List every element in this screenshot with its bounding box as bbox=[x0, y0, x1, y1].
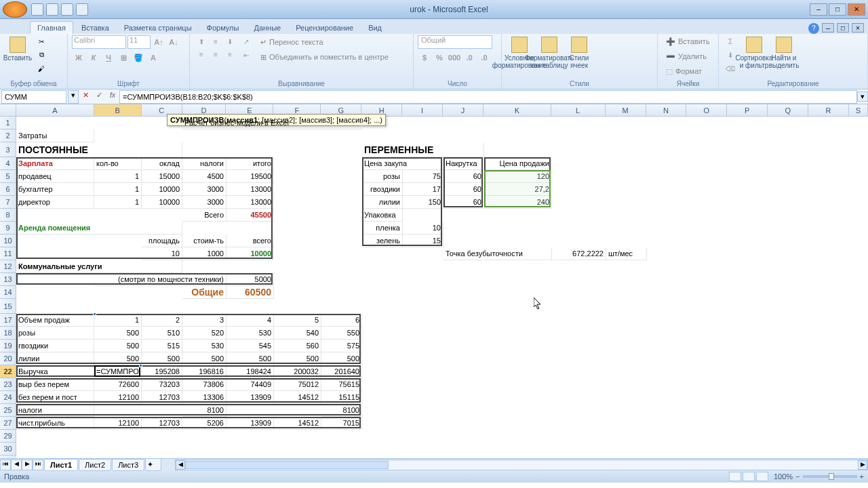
increase-font-icon[interactable]: A↑ bbox=[152, 36, 165, 48]
row-header-17[interactable]: 17 bbox=[0, 314, 16, 327]
cell[interactable]: 15000 bbox=[142, 170, 182, 183]
undo-icon[interactable] bbox=[46, 3, 58, 16]
cell[interactable]: 1000 bbox=[182, 247, 226, 260]
font-size-select[interactable]: 11 bbox=[127, 35, 151, 49]
col-header-R[interactable]: R bbox=[808, 104, 849, 116]
currency-icon[interactable]: $ bbox=[418, 52, 431, 64]
row-header-19[interactable]: 19 bbox=[0, 340, 16, 352]
row-header-9[interactable]: 9 bbox=[0, 222, 16, 235]
row-header-25[interactable]: 25 bbox=[0, 404, 16, 417]
cell[interactable]: 530 bbox=[226, 327, 274, 340]
cell[interactable]: лилии bbox=[362, 196, 403, 209]
cell[interactable]: 2 bbox=[142, 314, 182, 327]
cell[interactable]: 60500 bbox=[226, 286, 274, 299]
cell[interactable]: чист.прибыль bbox=[16, 417, 94, 430]
zoom-level[interactable]: 100% bbox=[774, 472, 793, 481]
cell[interactable]: Упаковка bbox=[362, 209, 403, 222]
cancel-formula-icon[interactable]: ✕ bbox=[79, 91, 92, 103]
cell[interactable]: 13909 bbox=[226, 417, 274, 430]
cell[interactable]: выр без перем bbox=[16, 378, 94, 391]
zoom-slider[interactable] bbox=[803, 475, 857, 478]
cell[interactable]: пленка bbox=[362, 222, 403, 235]
cell[interactable]: (смотри по мощности техники) bbox=[94, 273, 226, 286]
cell[interactable]: 13000 bbox=[226, 196, 274, 209]
align-center-icon[interactable]: ≡ bbox=[208, 48, 223, 60]
cut-icon[interactable]: ✂ bbox=[34, 35, 49, 47]
new-sheet-icon[interactable]: ✦ bbox=[145, 458, 161, 471]
find-select-button[interactable]: Найти и выделить bbox=[770, 35, 797, 77]
wrap-text-button[interactable]: ↵Перенос текста bbox=[256, 35, 393, 49]
cell[interactable]: Коммунальные услуги bbox=[16, 260, 182, 273]
cell[interactable]: 1 bbox=[94, 170, 142, 183]
cell[interactable]: 560 bbox=[274, 340, 321, 352]
cell[interactable]: 27,2 bbox=[484, 183, 552, 196]
copy-icon[interactable]: ⧉ bbox=[34, 49, 49, 61]
cell[interactable]: ПОСТОЯННЫЕ bbox=[16, 142, 182, 157]
paste-button[interactable]: Вставить bbox=[4, 35, 31, 77]
cell[interactable]: налоги bbox=[16, 404, 94, 417]
row-header-5[interactable]: 5 bbox=[0, 170, 16, 183]
formula-input[interactable]: =СУММПРОИЗВ(B18:B20;$K$6:$K$8) bbox=[119, 90, 857, 104]
cell[interactable]: 500 bbox=[226, 352, 274, 365]
cell[interactable]: 15 bbox=[403, 235, 443, 247]
name-box-dropdown-icon[interactable]: ▾ bbox=[68, 90, 79, 104]
cell[interactable]: 73806 bbox=[182, 378, 226, 391]
cell[interactable]: 1 bbox=[94, 314, 142, 327]
format-as-table-button[interactable]: Форматировать как таблицу bbox=[536, 35, 563, 77]
row-header-30[interactable]: 30 bbox=[0, 443, 16, 455]
col-header-P[interactable]: P bbox=[727, 104, 768, 116]
row-header-4[interactable]: 4 bbox=[0, 157, 16, 170]
col-header-K[interactable]: K bbox=[484, 104, 551, 116]
cell[interactable]: 500 bbox=[94, 327, 142, 340]
cell[interactable]: 550 bbox=[321, 327, 362, 340]
cell[interactable]: 13000 bbox=[226, 183, 274, 196]
tab-home[interactable]: Главная bbox=[30, 21, 73, 34]
row-header-1[interactable]: 1 bbox=[0, 117, 16, 129]
cell[interactable]: 1 bbox=[94, 183, 142, 196]
tab-data[interactable]: Данные bbox=[247, 22, 288, 34]
tab-review[interactable]: Рецензирование bbox=[289, 22, 360, 34]
cell[interactable]: 60 bbox=[443, 183, 484, 196]
select-all-corner[interactable] bbox=[0, 104, 16, 116]
cell[interactable]: 60 bbox=[443, 170, 484, 183]
cell[interactable]: площадь bbox=[142, 235, 182, 247]
cell[interactable]: 5206 bbox=[182, 417, 226, 430]
cell[interactable]: 10 bbox=[142, 247, 182, 260]
cell[interactable]: 4500 bbox=[182, 170, 226, 183]
normal-view-icon[interactable] bbox=[729, 472, 741, 481]
tab-view[interactable]: Вид bbox=[361, 22, 389, 34]
sheet-tab-1[interactable]: Лист1 bbox=[44, 459, 78, 471]
col-header-Q[interactable]: Q bbox=[768, 104, 808, 116]
font-color-icon[interactable]: A bbox=[146, 52, 160, 64]
row-header-3[interactable]: 3 bbox=[0, 142, 16, 157]
align-left-icon[interactable]: ≡ bbox=[194, 48, 209, 60]
cell[interactable]: 74409 bbox=[226, 378, 274, 391]
cell[interactable]: 10000 bbox=[226, 247, 274, 260]
cell[interactable]: 195208 bbox=[142, 365, 182, 378]
row-header-2[interactable]: 2 bbox=[0, 129, 16, 142]
increase-decimal-icon[interactable]: .0 bbox=[462, 52, 476, 64]
fill-color-icon[interactable]: 🪣 bbox=[132, 52, 145, 64]
help-icon[interactable]: ? bbox=[808, 23, 819, 34]
cell[interactable]: 8100 bbox=[321, 404, 362, 417]
cell[interactable]: 500 bbox=[182, 352, 226, 365]
insert-cells-button[interactable]: ➕Вставить bbox=[662, 35, 714, 47]
workbook-restore-icon[interactable]: □ bbox=[837, 23, 849, 33]
cell[interactable]: 196816 bbox=[182, 365, 226, 378]
cell[interactable]: продавец bbox=[16, 170, 94, 183]
cell[interactable]: 10 bbox=[403, 222, 443, 235]
row-header-23[interactable]: 23 bbox=[0, 378, 16, 391]
cell[interactable]: лилии bbox=[16, 352, 94, 365]
cell[interactable]: бухгалтер bbox=[16, 183, 94, 196]
cell[interactable]: 15115 bbox=[321, 391, 362, 404]
cell[interactable]: стоим-ть bbox=[182, 235, 226, 247]
name-box[interactable]: СУММ bbox=[1, 90, 66, 104]
row-header-6[interactable]: 6 bbox=[0, 183, 16, 196]
cell[interactable]: всего bbox=[226, 235, 274, 247]
bold-button[interactable]: Ж bbox=[72, 52, 85, 64]
cell[interactable]: Расчет бизнес-модели в Excel bbox=[182, 117, 362, 129]
page-break-view-icon[interactable] bbox=[756, 472, 768, 481]
cell[interactable]: 10000 bbox=[142, 196, 182, 209]
cell[interactable]: Цена продажи bbox=[484, 157, 552, 170]
cell[interactable]: 75012 bbox=[274, 378, 321, 391]
